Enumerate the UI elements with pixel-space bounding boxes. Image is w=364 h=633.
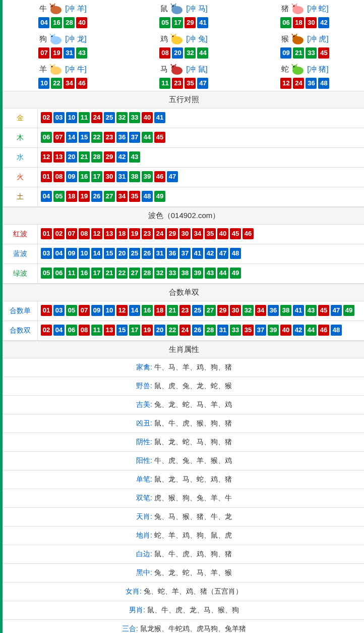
attr-label: 女肖:	[126, 587, 144, 595]
number-chip: 20	[116, 248, 128, 259]
number-chip: 18	[116, 228, 128, 239]
attr-label: 单笔:	[136, 475, 154, 483]
number-chip: 24	[91, 112, 102, 123]
number-chip: 33	[129, 112, 140, 123]
number-chip: 30	[104, 171, 115, 182]
zodiac-cell: 猪[冲 蛇]06183042	[245, 0, 364, 30]
number-chip: 05	[53, 191, 65, 202]
row-label: 木	[3, 128, 38, 148]
number-chip: 43	[76, 47, 87, 59]
shengxiao-header: 生肖属性	[3, 341, 365, 358]
number-chip: 30	[179, 228, 191, 239]
number-chip: 42	[116, 151, 128, 163]
row-numbers: 05061116172122272832333839434449	[38, 264, 365, 284]
svg-point-16	[292, 35, 297, 40]
attr-label: 黑中:	[136, 568, 154, 576]
attr-value: 兔、马、猴、猪、牛、龙	[154, 512, 232, 520]
zodiac-nums: 06183042	[245, 17, 364, 28]
zodiac-label: 鼠[冲 马]	[124, 3, 245, 15]
number-chip: 36	[268, 305, 279, 316]
bose-table: 波色（014902.com） 红波01020708121318192324293…	[3, 207, 364, 284]
zodiac-animal: 猪	[281, 4, 289, 13]
number-chip: 47	[331, 305, 342, 316]
svg-point-22	[171, 65, 176, 70]
number-chip: 29	[185, 17, 196, 28]
number-chip: 10	[79, 248, 90, 259]
zodiac-animal: 马	[160, 65, 168, 73]
number-chip: 25	[192, 305, 203, 316]
number-chip: 16	[142, 305, 153, 316]
zodiac-animal-icon	[169, 64, 185, 76]
zodiac-label: 马[冲 鼠]	[124, 64, 245, 76]
number-chip: 37	[179, 248, 191, 259]
number-chip: 17	[91, 171, 102, 182]
number-chip: 34	[192, 228, 203, 239]
bose-header: 波色（014902.com）	[3, 207, 365, 225]
number-chip: 08	[79, 325, 90, 336]
attr-row: 天肖: 兔、马、猴、猪、牛、龙	[3, 508, 365, 526]
attr-row: 白边: 鼠、牛、虎、鸡、狗、猪	[3, 545, 365, 564]
row-label: 水	[3, 148, 38, 168]
number-chip: 36	[306, 78, 317, 89]
zodiac-label: 羊[冲 牛]	[3, 64, 124, 76]
attr-value: 蛇、羊、鸡、狗、鼠、虎	[154, 531, 232, 539]
row-numbers: 0204060811131517192022242628313335373940…	[38, 321, 365, 341]
number-chip: 22	[167, 325, 178, 336]
number-chip: 26	[192, 325, 203, 336]
svg-point-25	[292, 65, 297, 70]
number-chip: 29	[217, 305, 228, 316]
number-chip: 35	[242, 325, 254, 336]
attr-row: 家禽: 牛、马、羊、鸡、狗、猪	[3, 358, 365, 377]
svg-point-23	[172, 66, 173, 67]
zodiac-label: 蛇[冲 猪]	[245, 64, 364, 76]
number-chip: 28	[205, 325, 216, 336]
attr-row: 野兽: 鼠、虎、兔、龙、蛇、猴	[3, 377, 365, 396]
svg-point-1	[50, 5, 55, 10]
number-chip: 02	[41, 325, 52, 336]
attr-value: 鼠、龙、马、蛇、鸡、猪	[154, 475, 232, 483]
zodiac-clash: [冲 鼠]	[186, 65, 208, 73]
table-row: 蓝波03040910141520252631363741424748	[3, 244, 365, 264]
number-chip: 31	[154, 248, 165, 259]
attr-label: 地肖:	[136, 531, 154, 539]
row-label: 金	[3, 109, 38, 128]
attr-row: 凶丑: 鼠、牛、虎、猴、狗、猪	[3, 414, 365, 433]
number-chip: 04	[41, 191, 52, 202]
attr-value: 鼠、龙、蛇、马、狗、猪	[154, 438, 232, 446]
number-chip: 36	[167, 248, 178, 259]
number-chip: 21	[79, 151, 90, 163]
zodiac-label: 狗[冲 龙]	[3, 33, 124, 45]
number-chip: 04	[53, 248, 65, 259]
number-chip: 01	[41, 305, 52, 316]
attr-label: 吉美:	[136, 400, 154, 408]
svg-point-2	[51, 6, 52, 7]
zodiac-cell: 牛[冲 羊]04162840	[3, 0, 124, 30]
attr-label: 三合:	[122, 624, 140, 632]
zodiac-clash: [冲 兔]	[186, 34, 208, 43]
number-chip: 44	[197, 47, 208, 59]
number-chip: 02	[41, 112, 52, 123]
number-chip: 08	[159, 47, 170, 59]
attr-label: 家禽:	[136, 363, 154, 371]
number-chip: 22	[116, 268, 128, 279]
number-chip: 48	[142, 191, 153, 202]
number-chip: 05	[159, 17, 170, 28]
number-chip: 07	[38, 47, 49, 59]
number-chip: 45	[318, 305, 329, 316]
zodiac-nums: 05172941	[124, 17, 245, 28]
number-chip: 31	[217, 325, 228, 336]
attr-value: 鼠、牛、虎、龙、马、猴、狗	[147, 606, 239, 614]
zodiac-clash: [冲 蛇]	[307, 4, 329, 13]
number-chip: 28	[64, 17, 75, 28]
number-chip: 30	[230, 305, 241, 316]
heshu-header: 合数单双	[3, 284, 365, 301]
number-chip: 33	[167, 268, 178, 279]
number-chip: 12	[280, 78, 291, 89]
number-chip: 34	[255, 305, 266, 316]
row-numbers: 04051819262734354849	[38, 187, 365, 207]
zodiac-clash: [冲 马]	[186, 4, 208, 13]
number-chip: 01	[41, 228, 52, 239]
number-chip: 06	[41, 132, 52, 143]
zodiac-animal: 鸡	[160, 34, 168, 43]
number-chip: 05	[66, 305, 77, 316]
